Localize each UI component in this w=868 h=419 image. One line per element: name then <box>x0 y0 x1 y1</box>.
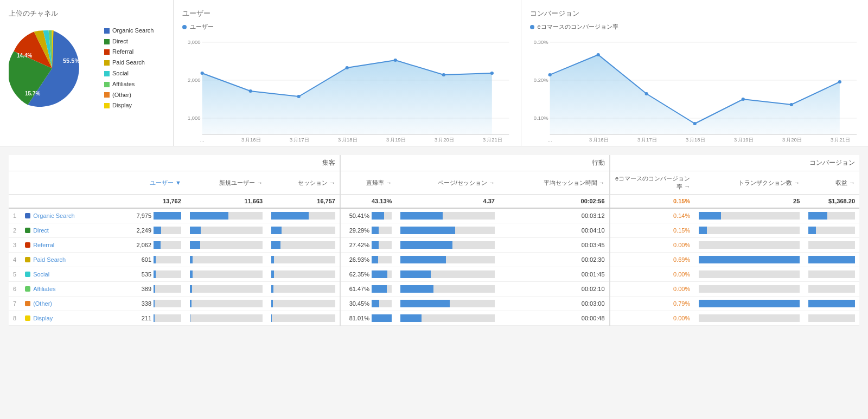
legend-referral: Referral <box>104 47 154 57</box>
cell-bounce: 61.47% <box>340 282 396 296</box>
cell-duration: 00:01:45 <box>499 267 610 282</box>
cell-bounce: 50.41% <box>340 208 396 223</box>
channel-link[interactable]: Direct <box>25 227 118 234</box>
col-conv-rate[interactable]: eコマースのコンバージョン率 → <box>610 171 695 195</box>
svg-text:３月19日: ３月19日 <box>385 137 406 143</box>
svg-text:15.7%: 15.7% <box>25 91 40 96</box>
cell-duration: 00:00:48 <box>499 311 610 326</box>
cell-sessions <box>267 223 340 238</box>
cell-new-users <box>186 208 267 223</box>
users-legend-label: ユーザー <box>190 23 214 31</box>
cell-new-users <box>186 223 267 238</box>
col-pages[interactable]: ページ/セッション → <box>396 171 499 195</box>
svg-text:55.5%: 55.5% <box>63 57 80 64</box>
svg-text:0.30%: 0.30% <box>533 40 548 45</box>
conversion-legend-label: eコマースのコンバージョン率 <box>538 23 618 31</box>
row-number: 6 <box>9 282 21 296</box>
cell-sessions <box>267 208 340 223</box>
channel-link[interactable]: Paid Search <box>25 256 118 263</box>
cell-revenue <box>804 267 859 282</box>
cell-new-users <box>186 311 267 326</box>
cell-duration: 00:04:10 <box>499 223 610 238</box>
cell-bounce: 62.35% <box>340 267 396 282</box>
svg-point-11 <box>201 72 204 75</box>
total-revenue: $1,368.20 <box>804 195 859 209</box>
users-chart-panel: ユーザー ユーザー 3,000 2,000 1,000 <box>174 0 521 146</box>
cell-sessions <box>267 238 340 253</box>
cell-revenue <box>804 238 859 253</box>
row-number: 8 <box>9 311 21 326</box>
total-duration: 00:02:56 <box>499 195 610 209</box>
col-users[interactable]: ユーザー ▼ <box>123 171 186 195</box>
col-transactions[interactable]: トランザクション数 → <box>694 171 804 195</box>
channel-link[interactable]: Affiliates <box>25 286 118 292</box>
total-row: 13,762 11,663 16,757 43.13% 4.37 00:02:5… <box>9 195 859 209</box>
svg-point-33 <box>548 73 551 76</box>
svg-text:３月21日: ３月21日 <box>482 137 502 143</box>
cell-bounce: 26.93% <box>340 253 396 267</box>
cell-transactions <box>694 223 804 238</box>
cell-transactions <box>694 267 804 282</box>
cell-sessions <box>267 253 340 267</box>
cell-bounce: 30.45% <box>340 296 396 311</box>
cell-revenue <box>804 253 859 267</box>
cell-sessions <box>267 267 340 282</box>
cell-transactions <box>694 238 804 253</box>
users-legend-dot <box>182 25 187 29</box>
cell-sessions <box>267 311 340 326</box>
table-row: 1 Organic Search 7,975 <box>9 208 859 223</box>
cell-conv-rate: 0.14% <box>610 208 695 223</box>
cell-sessions <box>267 282 340 296</box>
cell-pages <box>396 282 499 296</box>
cell-pages <box>396 238 499 253</box>
total-conv-rate: 0.15% <box>610 195 695 209</box>
table-row: 5 Social 535 <box>9 267 859 282</box>
channel-link[interactable]: Display <box>25 315 118 321</box>
svg-text:３月17日: ３月17日 <box>636 137 656 143</box>
svg-text:３月21日: ３月21日 <box>829 137 850 143</box>
col-duration[interactable]: 平均セッション時間 → <box>499 171 610 195</box>
cell-bounce: 81.01% <box>340 311 396 326</box>
row-number: 2 <box>9 223 21 238</box>
svg-point-38 <box>789 103 793 106</box>
cell-duration: 00:03:45 <box>499 238 610 253</box>
total-sessions: 16,757 <box>267 195 340 209</box>
cell-conv-rate: 0.69% <box>610 253 695 267</box>
svg-point-13 <box>297 95 301 98</box>
col-revenue[interactable]: 収益 → <box>804 171 859 195</box>
svg-point-39 <box>838 80 841 83</box>
svg-point-17 <box>490 72 494 75</box>
svg-text:３月18日: ３月18日 <box>684 137 705 143</box>
col-bounce[interactable]: 直帰率 → <box>340 171 396 195</box>
conversion-legend-dot <box>530 25 534 29</box>
total-new-users: 11,663 <box>186 195 267 209</box>
cell-duration: 00:03:12 <box>499 208 610 223</box>
legend-organic: Organic Search <box>104 25 154 36</box>
table-row: 4 Paid Search 601 <box>9 253 859 267</box>
acquisition-group-header: 集客 <box>123 155 340 171</box>
svg-marker-10 <box>202 60 492 134</box>
cell-pages <box>396 208 499 223</box>
svg-text:３月20日: ３月20日 <box>433 137 454 143</box>
cell-revenue <box>804 311 859 326</box>
cell-conv-rate: 0.79% <box>610 296 695 311</box>
table-row: 2 Direct 2,249 <box>9 223 859 238</box>
cell-pages <box>396 296 499 311</box>
legend-affiliates: Affiliates <box>104 79 154 90</box>
channel-link[interactable]: Social <box>25 271 118 278</box>
svg-text:３月16日: ３月16日 <box>588 137 608 143</box>
svg-point-36 <box>693 122 696 125</box>
row-number: 4 <box>9 253 21 267</box>
col-sessions[interactable]: セッション → <box>267 171 340 195</box>
svg-text:３月18日: ３月18日 <box>337 137 358 143</box>
cell-transactions <box>694 282 804 296</box>
row-number: 7 <box>9 296 21 311</box>
row-number: 1 <box>9 208 21 223</box>
col-new-users[interactable]: 新規ユーザー → <box>186 171 267 195</box>
col-header-row: ユーザー ▼ 新規ユーザー → セッション → 直帰率 → ページ/セッション … <box>9 171 859 195</box>
channel-link[interactable]: (Other) <box>25 300 118 307</box>
total-bounce: 43.13% <box>340 195 396 209</box>
channel-link[interactable]: Organic Search <box>25 212 118 219</box>
cell-transactions <box>694 208 804 223</box>
channel-link[interactable]: Referral <box>25 242 118 248</box>
